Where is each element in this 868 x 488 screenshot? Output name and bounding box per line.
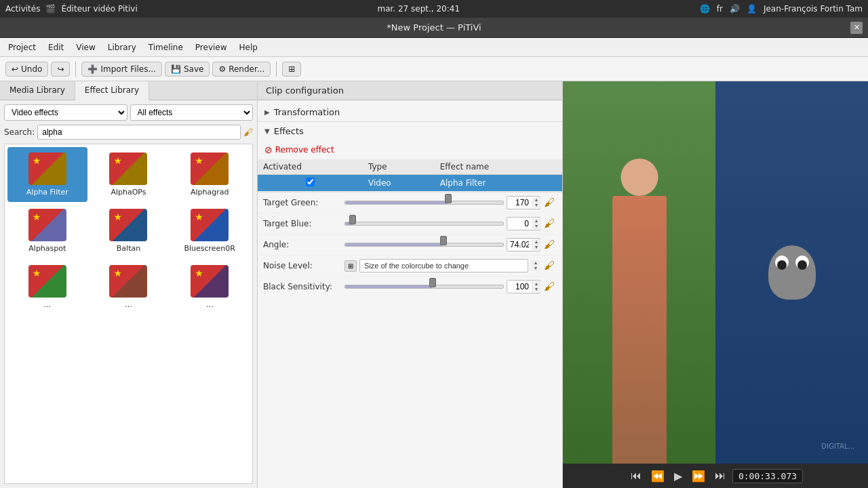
menu-help[interactable]: Help (234, 41, 263, 54)
category-dropdown[interactable]: Video effects (4, 104, 127, 121)
layout-button[interactable]: ⊞ (282, 62, 301, 77)
black-sensitivity-slider[interactable] (344, 281, 504, 293)
black-sensitivity-up[interactable]: ▲ (532, 281, 541, 287)
preview-area: DIGITAL... ⏮ ⏪ ▶ ⏩ ⏭ 0:00:33.073 (563, 81, 868, 488)
star-icon-4: ★ (33, 211, 41, 222)
effect-item-alphaops[interactable]: ★ AlphaOPs (89, 147, 169, 202)
redo-button[interactable]: ↪ (51, 62, 70, 77)
undo-icon: ↩ (12, 64, 18, 74)
effect-item-8[interactable]: ★ ... (89, 260, 169, 314)
effect-item-baltan[interactable]: ★ Baltan (89, 203, 169, 258)
effect-item-bluescreen0r[interactable]: ★ Bluescreen0R (170, 203, 250, 258)
target-blue-up[interactable]: ▲ (532, 218, 541, 224)
filter-dropdown[interactable]: All effects (130, 104, 254, 121)
clip-config-body: ▶ Transformation ▼ Effects ⊘ Remove ef (258, 100, 562, 488)
effect-grid-container[interactable]: ★ Alpha Filter ★ AlphaOPs (4, 144, 253, 484)
angle-input[interactable] (507, 239, 532, 251)
noise-level-spin: ▲ ▼ (531, 260, 540, 271)
effect-item-alpha-filter[interactable]: ★ Alpha Filter (7, 147, 87, 202)
activities-label[interactable]: Activités (5, 4, 40, 14)
effects-header[interactable]: ▼ Effects (258, 122, 562, 140)
render-button[interactable]: ⚙ Render... (212, 62, 271, 77)
star-icon-8: ★ (113, 268, 122, 279)
noise-level-down[interactable]: ▼ (531, 266, 540, 271)
import-button[interactable]: ➕ Import Files... (81, 62, 161, 77)
menu-edit[interactable]: Edit (43, 41, 69, 54)
target-green-input[interactable] (507, 197, 532, 209)
noise-level-expand[interactable]: ⊞ (344, 260, 357, 272)
target-green-down[interactable]: ▼ (532, 203, 541, 208)
transformation-label: Transformation (274, 107, 340, 117)
skip-to-end-button[interactable]: ⏭ (712, 468, 728, 483)
param-target-blue: Target Blue: ▲ ▼ 🖌 (258, 214, 562, 235)
tab-media-library[interactable]: Media Library (0, 81, 75, 100)
user-icon: 👤 (747, 4, 757, 14)
search-clear-button[interactable]: 🖌 (243, 127, 253, 138)
effect-row-0[interactable]: Video Alpha Filter (258, 175, 562, 192)
skip-to-start-button[interactable]: ⏮ (628, 468, 644, 483)
angle-reset[interactable]: 🖌 (542, 237, 557, 252)
remove-effect-button[interactable]: ⊘ Remove effect (264, 144, 555, 155)
menu-preview[interactable]: Preview (190, 41, 233, 54)
left-panel: Media Library Effect Library Video effec… (0, 81, 258, 488)
target-green-up[interactable]: ▲ (532, 197, 541, 203)
black-sensitivity-down[interactable]: ▼ (532, 287, 541, 292)
noise-level-reset[interactable]: 🖌 (542, 258, 557, 273)
transformation-header[interactable]: ▶ Transformation (258, 103, 562, 121)
menu-timeline[interactable]: Timeline (143, 41, 189, 54)
noise-level-up[interactable]: ▲ (531, 260, 540, 266)
search-input[interactable] (37, 125, 241, 140)
target-green-slider[interactable] (344, 197, 504, 209)
save-icon: 💾 (171, 64, 181, 74)
fast-forward-button[interactable]: ⏩ (689, 468, 708, 484)
globe-icon: 🌐 (700, 4, 710, 14)
rewind-button[interactable]: ⏪ (648, 468, 667, 484)
effect-checkbox-cell[interactable] (258, 175, 363, 192)
target-blue-input[interactable] (507, 218, 532, 230)
target-blue-down[interactable]: ▼ (532, 224, 541, 229)
param-black-sensitivity: Black Sensitivity: ▲ ▼ 🖌 (258, 277, 562, 297)
black-sensitivity-value-box: ▲ ▼ (507, 280, 540, 293)
menu-library[interactable]: Library (102, 41, 142, 54)
system-bar: Activités 🎬 Éditeur vidéo Pitivi mar. 27… (0, 0, 868, 18)
black-sensitivity-input[interactable] (507, 281, 532, 293)
undo-button[interactable]: ↩ Undo (5, 62, 48, 77)
transformation-section: ▶ Transformation (258, 103, 562, 122)
menu-view[interactable]: View (71, 41, 100, 54)
close-button[interactable]: ✕ (850, 22, 863, 34)
effect-checkbox[interactable] (306, 178, 315, 186)
effect-name-7: ... (44, 300, 52, 309)
angle-spin: ▲ ▼ (532, 239, 541, 250)
target-blue-reset[interactable]: 🖌 (542, 216, 557, 231)
target-green-reset[interactable]: 🖌 (542, 195, 557, 210)
effects-table: Activated Type Effect name Video Alpha F… (258, 159, 562, 192)
import-icon: ➕ (87, 64, 98, 74)
toolbar: ↩ Undo ↪ ➕ Import Files... 💾 Save ⚙ Rend… (0, 57, 868, 81)
noise-level-controls: ⊞ ▲ ▼ (344, 259, 540, 272)
effect-item-7[interactable]: ★ ... (7, 260, 87, 314)
undo-label: Undo (21, 64, 42, 74)
noise-level-tooltip[interactable] (359, 259, 528, 272)
black-sensitivity-reset[interactable]: 🖌 (542, 279, 557, 294)
angle-down[interactable]: ▼ (532, 245, 541, 250)
search-label: Search: (4, 127, 35, 137)
star-icon-7: ★ (33, 268, 41, 279)
save-button[interactable]: 💾 Save (165, 62, 210, 77)
toolbar-separator (75, 62, 76, 77)
effect-item-alphaspot[interactable]: ★ Alphaspot (7, 203, 87, 258)
menu-project[interactable]: Project (3, 41, 41, 54)
col-effect-name: Effect name (435, 159, 562, 175)
param-black-sensitivity-label: Black Sensitivity: (263, 282, 344, 291)
param-target-green-label: Target Green: (263, 198, 344, 207)
angle-slider[interactable] (344, 239, 504, 251)
filter-row: Video effects All effects (4, 104, 253, 121)
tab-bar: Media Library Effect Library (0, 81, 257, 100)
effect-item-alphagrad[interactable]: ★ Alphagrad (170, 147, 250, 202)
effect-item-9[interactable]: ★ ... (170, 260, 250, 314)
angle-up[interactable]: ▲ (532, 239, 541, 245)
effect-type: Video (363, 175, 435, 192)
play-button[interactable]: ▶ (671, 468, 685, 484)
target-blue-slider[interactable] (344, 218, 504, 230)
black-sensitivity-spin: ▲ ▼ (532, 281, 541, 292)
tab-effect-library[interactable]: Effect Library (75, 81, 149, 100)
